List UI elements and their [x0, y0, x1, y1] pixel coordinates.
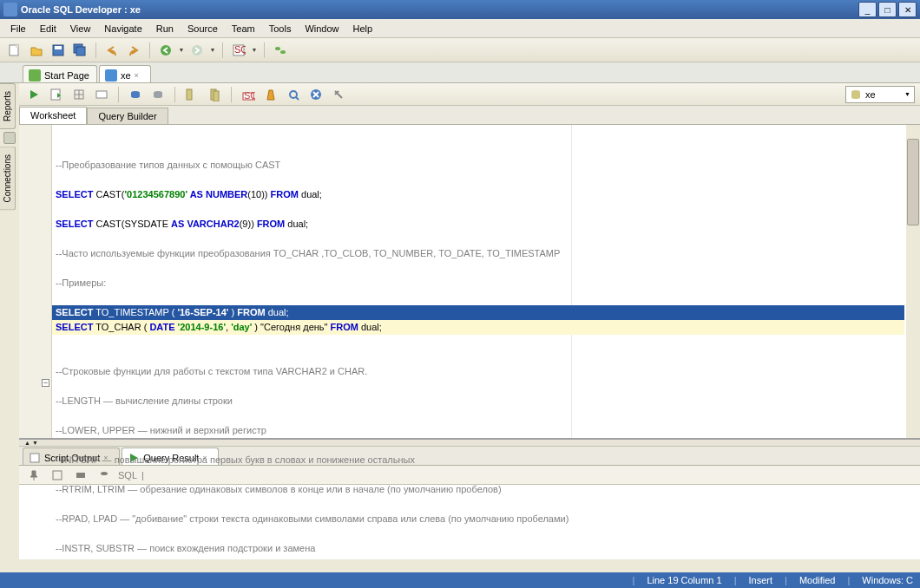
svg-rect-1 [16, 45, 18, 48]
window-title: Oracle SQL Developer : xe [21, 4, 858, 15]
side-pin-icon-2[interactable] [3, 132, 16, 144]
tab-close-icon[interactable]: × [135, 71, 143, 80]
connection-dropdown[interactable]: xe ▼ [845, 86, 915, 103]
menu-source[interactable]: Source [181, 22, 225, 36]
explain-plan-button[interactable] [69, 85, 89, 104]
forward-dropdown[interactable]: ▼ [209, 47, 216, 53]
menu-tools[interactable]: Tools [262, 22, 299, 36]
sql-editor[interactable]: − --Преобразование типов данных с помощь… [19, 125, 920, 440]
tab-xe[interactable]: xe × [99, 65, 151, 82]
app-icon [3, 3, 17, 16]
new-button[interactable] [5, 41, 24, 60]
connection-name: xe [865, 89, 876, 100]
tab-worksheet[interactable]: Worksheet [19, 107, 87, 124]
trace-button[interactable] [284, 85, 303, 104]
vertical-scrollbar[interactable] [906, 125, 920, 438]
dba-button[interactable] [271, 41, 290, 60]
menu-window[interactable]: Window [298, 22, 345, 36]
side-panel: Reports Connections [0, 66, 19, 213]
svg-rect-14 [96, 91, 107, 98]
maximize-button[interactable]: □ [878, 2, 897, 17]
sql-file-icon [105, 69, 117, 82]
redo-button[interactable] [124, 41, 143, 60]
start-page-icon [29, 69, 41, 82]
status-mode: Insert [749, 575, 773, 585]
svg-point-7 [192, 45, 202, 56]
gutter: − [19, 125, 52, 438]
menu-bar: File Edit View Navigate Run Source Team … [0, 19, 920, 38]
menu-file[interactable]: File [3, 22, 33, 36]
status-modified: Modified [799, 575, 836, 585]
main-toolbar: ▼ ▼ SQL ▼ [0, 38, 920, 62]
menu-view[interactable]: View [63, 22, 98, 36]
pin-button[interactable] [24, 466, 43, 485]
clear-button[interactable] [261, 85, 280, 104]
minimize-button[interactable]: _ [858, 2, 877, 17]
sql-worksheet-button[interactable]: SQL [229, 41, 248, 60]
rollback-button[interactable] [148, 85, 168, 104]
sql-history-button[interactable] [205, 85, 224, 104]
menu-help[interactable]: Help [346, 22, 380, 36]
menu-navigate[interactable]: Navigate [97, 22, 148, 36]
save-button[interactable] [49, 41, 68, 60]
open-button[interactable] [27, 41, 46, 60]
run-statement-button[interactable] [24, 85, 43, 104]
tab-query-builder[interactable]: Query Builder [87, 108, 168, 125]
unshared-button[interactable] [182, 85, 201, 104]
menu-run[interactable]: Run [149, 22, 181, 36]
document-tabs: Start Page xe × [0, 62, 920, 83]
worksheet-toolbar: SQL xe ▼ [19, 83, 920, 106]
svg-rect-17 [187, 89, 192, 100]
svg-point-6 [161, 45, 171, 56]
svg-point-10 [275, 47, 280, 50]
menu-edit[interactable]: Edit [33, 22, 63, 36]
forward-button[interactable] [187, 41, 207, 60]
sql-dropdown[interactable]: ▼ [251, 47, 258, 53]
save-all-button[interactable] [70, 41, 89, 60]
autotrace-button[interactable] [92, 85, 111, 104]
settings-button[interactable] [329, 85, 348, 104]
code-area[interactable]: --Преобразование типов данных с помощью … [52, 128, 904, 588]
svg-point-11 [280, 50, 286, 54]
fold-icon[interactable]: − [42, 379, 49, 387]
run-script-button[interactable] [47, 85, 66, 104]
tab-start-page[interactable]: Start Page [23, 65, 97, 82]
svg-text:SQL: SQL [244, 90, 255, 101]
script-icon [29, 452, 41, 464]
svg-rect-5 [76, 47, 85, 56]
menu-team[interactable]: Team [225, 22, 262, 36]
status-bar: | Line 19 Column 1 | Insert | Modified |… [0, 572, 920, 588]
svg-point-22 [290, 91, 297, 98]
back-dropdown[interactable]: ▼ [178, 47, 185, 53]
tab-label: xe [121, 70, 131, 81]
status-position: Line 19 Column 1 [647, 575, 721, 585]
close-button[interactable]: ✕ [898, 2, 917, 17]
cancel-button[interactable] [306, 85, 325, 104]
title-bar: Oracle SQL Developer : xe _ □ ✕ [0, 0, 920, 19]
svg-rect-25 [30, 454, 39, 462]
svg-rect-3 [55, 46, 62, 49]
undo-button[interactable] [102, 41, 122, 60]
svg-rect-19 [214, 91, 219, 101]
to-uppercase-button[interactable]: SQL [239, 85, 258, 104]
sidetab-reports[interactable]: Reports [0, 83, 16, 129]
sidetab-connections[interactable]: Connections [0, 147, 16, 211]
status-os: Windows: C [862, 575, 913, 585]
svg-text:SQL: SQL [234, 44, 246, 55]
commit-button[interactable] [126, 85, 145, 104]
worksheet-tabs: Worksheet Query Builder [19, 106, 920, 125]
database-icon [850, 88, 862, 101]
back-button[interactable] [156, 41, 175, 60]
tab-label: Start Page [44, 70, 89, 81]
